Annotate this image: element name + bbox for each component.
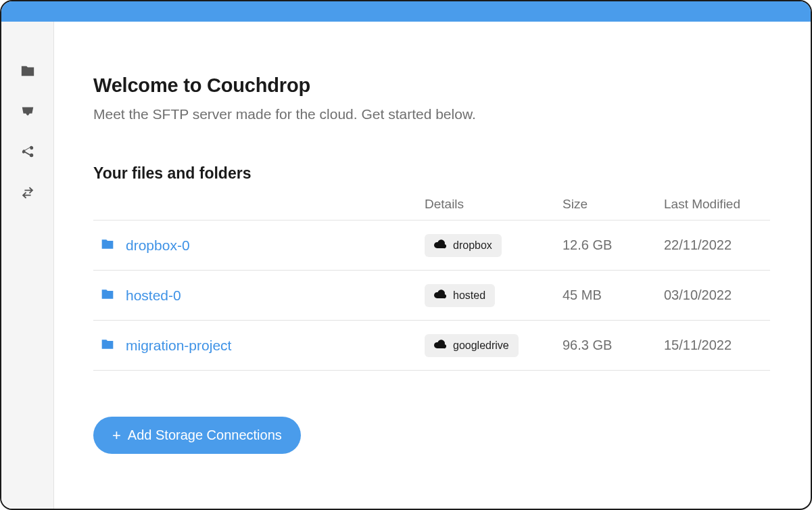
modified-cell: 03/10/2022 xyxy=(664,287,770,303)
sidebar xyxy=(1,22,54,509)
page-subtitle: Meet the SFTP server made for the cloud.… xyxy=(93,106,770,122)
provider-chip: hosted xyxy=(425,284,495,307)
size-cell: 45 MB xyxy=(563,287,664,303)
window-titlebar xyxy=(1,1,811,22)
name-cell: hosted-0 xyxy=(93,287,425,304)
provider-chip: dropbox xyxy=(425,234,502,257)
provider-chip: googledrive xyxy=(425,334,519,357)
main-content: Welcome to Couchdrop Meet the SFTP serve… xyxy=(54,22,811,509)
inbox-icon[interactable] xyxy=(19,103,37,120)
add-storage-button[interactable]: + Add Storage Connections xyxy=(93,417,301,454)
cloud-icon xyxy=(434,289,446,302)
share-icon[interactable] xyxy=(19,143,37,161)
col-details: Details xyxy=(425,197,563,212)
app-body: Welcome to Couchdrop Meet the SFTP serve… xyxy=(1,22,811,509)
folder-link[interactable]: hosted-0 xyxy=(126,287,181,304)
page-title: Welcome to Couchdrop xyxy=(93,74,770,97)
modified-cell: 15/11/2022 xyxy=(664,338,770,353)
size-cell: 12.6 GB xyxy=(563,237,664,253)
add-storage-label: Add Storage Connections xyxy=(128,427,282,443)
folder-icon xyxy=(100,338,115,354)
transfer-icon[interactable] xyxy=(19,184,37,202)
col-size: Size xyxy=(563,197,664,212)
details-cell: googledrive xyxy=(425,334,563,357)
provider-label: googledrive xyxy=(453,340,509,352)
name-cell: dropbox-0 xyxy=(93,237,425,254)
modified-cell: 22/11/2022 xyxy=(664,237,770,253)
details-cell: hosted xyxy=(425,284,563,307)
table-header: Details Size Last Modified xyxy=(93,188,770,221)
name-cell: migration-project xyxy=(93,338,425,354)
details-cell: dropbox xyxy=(425,234,563,257)
folder-icon xyxy=(100,237,115,254)
folder-link[interactable]: dropbox-0 xyxy=(126,237,190,254)
plus-icon: + xyxy=(112,428,121,443)
folder-icon xyxy=(100,287,115,304)
cloud-icon xyxy=(434,239,446,252)
files-table: Details Size Last Modified dropbox-0 xyxy=(93,188,770,371)
col-modified: Last Modified xyxy=(664,197,770,212)
provider-label: dropbox xyxy=(453,239,492,252)
table-row: hosted-0 hosted 45 MB 03/10/2022 xyxy=(93,271,770,321)
table-row: migration-project googledrive 96.3 GB 15… xyxy=(93,321,770,371)
folder-link[interactable]: migration-project xyxy=(126,338,231,354)
size-cell: 96.3 GB xyxy=(563,338,664,353)
files-section-title: Your files and folders xyxy=(93,164,770,183)
app-window: Welcome to Couchdrop Meet the SFTP serve… xyxy=(0,0,812,510)
provider-label: hosted xyxy=(453,289,485,302)
table-row: dropbox-0 dropbox 12.6 GB 22/11/2022 xyxy=(93,221,770,271)
cloud-icon xyxy=(434,340,446,352)
folder-icon[interactable] xyxy=(19,62,37,80)
